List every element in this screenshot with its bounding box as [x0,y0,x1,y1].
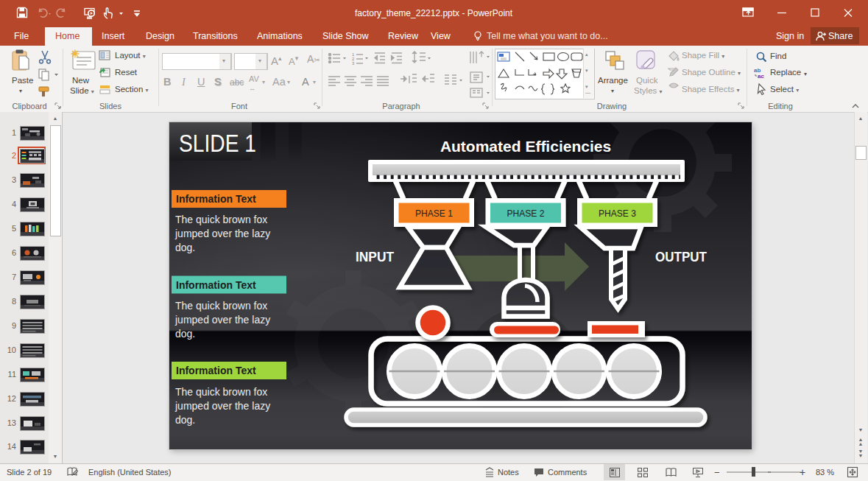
svg-text:jumped over the lazy: jumped over the lazy [174,400,270,412]
svg-text:ac: ac [758,73,764,79]
svg-text:The quick brown fox: The quick brown fox [175,214,267,225]
svg-text:SLIDE 1: SLIDE 1 [179,130,256,157]
svg-text:Information Text: Information Text [176,365,256,376]
svg-text:Information Text: Information Text [176,193,256,205]
svg-text:INPUT: INPUT [356,250,394,264]
svg-text:PHASE 3: PHASE 3 [599,208,636,219]
svg-text:dog.: dog. [175,328,195,340]
svg-text:OUTPUT: OUTPUT [655,250,707,264]
svg-text:The quick brown fox: The quick brown fox [175,386,267,398]
svg-text:3: 3 [352,61,355,66]
svg-text:jumped over the lazy: jumped over the lazy [174,228,270,239]
svg-text:The quick brown fox: The quick brown fox [175,300,267,312]
svg-text:dog.: dog. [175,414,195,426]
svg-text:PHASE 2: PHASE 2 [507,208,545,219]
svg-text:Information Text: Information Text [176,279,256,291]
svg-text:Automated Efficiencies: Automated Efficiencies [440,138,611,155]
svg-text:jumped over the lazy: jumped over the lazy [174,314,270,326]
svg-text:dog.: dog. [175,242,195,253]
svg-text:PHASE 1: PHASE 1 [415,208,453,219]
